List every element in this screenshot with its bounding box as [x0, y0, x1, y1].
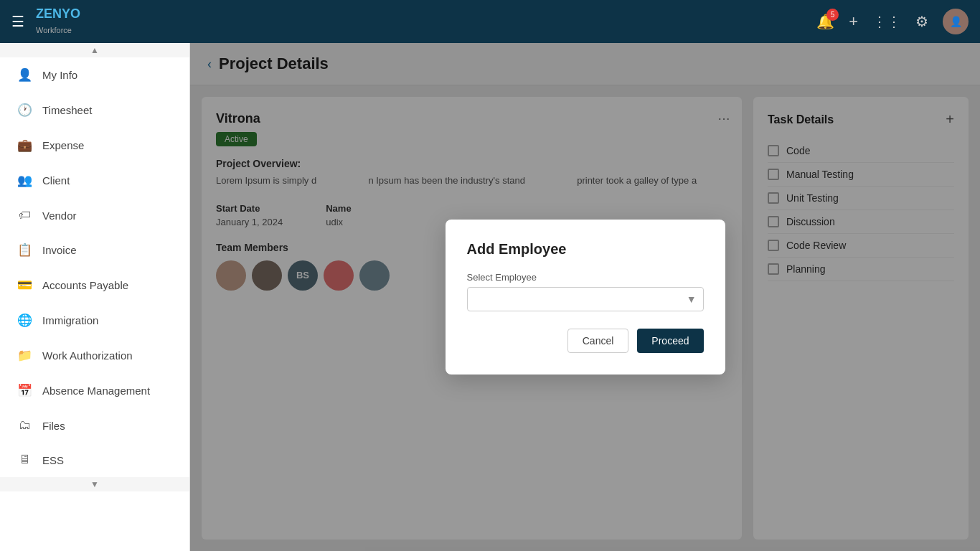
sidebar-scroll-up[interactable]: ▲ [0, 43, 189, 57]
sidebar-label-immigration: Immigration [42, 314, 98, 326]
modal-actions: Cancel Proceed [467, 329, 704, 353]
add-employee-modal: Add Employee Select Employee ▼ Cancel Pr… [446, 220, 725, 375]
sidebar-item-vendor[interactable]: 🏷 Vendor [0, 198, 189, 232]
sidebar-item-timesheet[interactable]: 🕐 Timesheet [0, 93, 189, 128]
sidebar-item-client[interactable]: 👥 Client [0, 163, 189, 198]
work-auth-icon: 📁 [17, 348, 32, 363]
sidebar-label-absence-management: Absence Management [42, 385, 150, 397]
notification-icon[interactable]: 🔔 5 [816, 13, 834, 30]
proceed-button[interactable]: Proceed [637, 329, 703, 353]
notification-badge: 5 [826, 9, 839, 21]
sidebar-item-my-info[interactable]: 👤 My Info [0, 57, 189, 93]
employee-select[interactable] [467, 287, 704, 311]
sidebar-label-timesheet: Timesheet [42, 104, 92, 116]
sidebar-item-expense[interactable]: 💼 Expense [0, 128, 189, 163]
client-icon: 👥 [17, 173, 32, 188]
sidebar-label-files: Files [42, 420, 65, 432]
absence-icon: 📅 [17, 383, 32, 398]
sidebar-item-ess[interactable]: 🖥 ESS [0, 443, 189, 477]
add-icon[interactable]: + [849, 12, 858, 31]
sidebar-label-invoice: Invoice [42, 244, 77, 256]
sidebar-label-vendor: Vendor [42, 209, 77, 222]
sidebar-label-ess: ESS [42, 454, 64, 466]
logo-text: ZENYOWorkforce [36, 6, 80, 37]
sidebar-item-work-authorization[interactable]: 📁 Work Authorization [0, 338, 189, 373]
expense-icon: 💼 [17, 138, 32, 153]
sidebar-item-absence-management[interactable]: 📅 Absence Management [0, 373, 189, 408]
hamburger-icon[interactable]: ☰ [11, 13, 24, 30]
sidebar-label-expense: Expense [42, 139, 84, 151]
my-info-icon: 👤 [17, 67, 32, 83]
vendor-icon: 🏷 [17, 208, 32, 222]
sidebar: ▲ 👤 My Info 🕐 Timesheet 💼 Expense 👥 Clie… [0, 43, 190, 551]
user-avatar[interactable]: 👤 [943, 9, 969, 34]
timesheet-icon: 🕐 [17, 103, 32, 118]
ess-icon: 🖥 [17, 453, 32, 467]
sidebar-item-files[interactable]: 🗂 Files [0, 408, 189, 443]
logo: ZENYOWorkforce [36, 6, 80, 37]
sidebar-label-client: Client [42, 174, 70, 187]
immigration-icon: 🌐 [17, 313, 32, 328]
topnav-right: 🔔 5 + ⋮⋮ ⚙ 👤 [816, 9, 969, 34]
modal-title: Add Employee [467, 241, 704, 258]
select-wrapper: ▼ [467, 287, 704, 311]
settings-icon[interactable]: ⚙ [915, 13, 928, 30]
sidebar-label-accounts-payable: Accounts Payable [42, 279, 128, 291]
files-icon: 🗂 [17, 418, 32, 433]
select-employee-label: Select Employee [467, 272, 704, 283]
accounts-payable-icon: 💳 [17, 278, 32, 293]
sidebar-item-invoice[interactable]: 📋 Invoice [0, 232, 189, 268]
sidebar-label-my-info: My Info [42, 69, 77, 81]
topnav: ☰ ZENYOWorkforce 🔔 5 + ⋮⋮ ⚙ 👤 [0, 0, 980, 43]
sidebar-scroll-down[interactable]: ▼ [0, 477, 189, 491]
main-layout: ▲ 👤 My Info 🕐 Timesheet 💼 Expense 👥 Clie… [0, 43, 980, 551]
sidebar-item-accounts-payable[interactable]: 💳 Accounts Payable [0, 268, 189, 303]
content-area: ‹ Project Details … Vitrona Active Proje… [190, 43, 980, 551]
invoice-icon: 📋 [17, 242, 32, 258]
sidebar-label-work-authorization: Work Authorization [42, 349, 133, 362]
topnav-left: ☰ ZENYOWorkforce [11, 6, 80, 37]
modal-overlay: Add Employee Select Employee ▼ Cancel Pr… [190, 43, 980, 551]
select-employee-field: Select Employee ▼ [467, 272, 704, 311]
grid-icon[interactable]: ⋮⋮ [872, 13, 901, 30]
cancel-button[interactable]: Cancel [567, 329, 629, 353]
sidebar-item-immigration[interactable]: 🌐 Immigration [0, 303, 189, 338]
